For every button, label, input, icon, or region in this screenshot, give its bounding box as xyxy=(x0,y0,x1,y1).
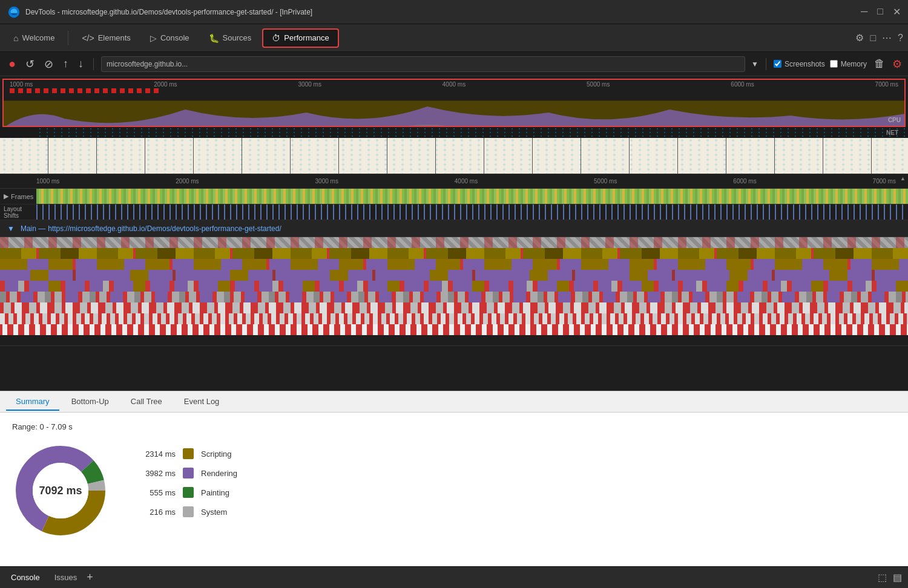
minimize-button[interactable]: ─ xyxy=(861,6,867,18)
time-label-1000: 1000 ms xyxy=(10,81,33,88)
long-task-marker xyxy=(137,88,142,93)
long-task-marker xyxy=(111,88,116,93)
tab-sources[interactable]: 🐛 Sources xyxy=(200,30,260,47)
legend-painting-label: Painting xyxy=(201,488,229,497)
dock-icon[interactable]: □ xyxy=(870,33,876,44)
status-bar-right: ⬚ ▤ xyxy=(878,572,902,583)
tab-bar: ⌂ Welcome </> Elements ▷ Console 🐛 Sourc… xyxy=(0,24,908,52)
flame-row-10 xyxy=(0,335,908,346)
performance-icon: ⏱ xyxy=(272,33,280,43)
screenshots-row xyxy=(0,138,908,174)
flame-row-9 xyxy=(0,324,908,335)
tab-divider-1 xyxy=(68,31,68,45)
layout-shifts-content xyxy=(36,204,908,220)
flame-chart[interactable] xyxy=(0,237,908,346)
ruler-scroll: ▲ xyxy=(900,175,906,181)
time-label-3000: 3000 ms xyxy=(298,81,321,88)
more-icon[interactable]: ⋯ xyxy=(882,32,892,44)
tab-bottom-up[interactable]: Bottom-Up xyxy=(62,393,119,411)
status-issues-tab[interactable]: Issues xyxy=(50,570,82,584)
tab-summary[interactable]: Summary xyxy=(6,393,59,411)
long-task-marker xyxy=(52,88,57,93)
cpu-label: CPU xyxy=(888,117,901,123)
legend-scripting: 2314 ms Scripting xyxy=(133,448,237,459)
status-console-tab[interactable]: Console xyxy=(6,570,45,584)
performance-toolbar: ● ↺ ⊘ ↑ ↓ ▼ Screenshots Memory 🗑 ⚙ xyxy=(0,52,908,76)
screenshots-toggle[interactable]: Screenshots xyxy=(774,60,825,68)
url-dropdown-icon[interactable]: ▼ xyxy=(751,60,758,68)
tab-bar-right: ⚙ □ ⋯ ? xyxy=(855,32,903,44)
overview-panel[interactable]: 1000 ms 2000 ms 3000 ms 4000 ms 5000 ms … xyxy=(2,79,906,127)
summary-legend: 2314 ms Scripting 3982 ms Rendering 555 … xyxy=(133,442,237,517)
memory-checkbox[interactable] xyxy=(830,60,838,68)
sources-icon: 🐛 xyxy=(209,33,219,43)
ruler-labels: 1000 ms 2000 ms 3000 ms 4000 ms 5000 ms … xyxy=(36,178,908,185)
flame-row-1 xyxy=(0,237,908,248)
scroll-up-icon[interactable]: ▲ xyxy=(900,175,906,181)
long-task-marker xyxy=(145,88,150,93)
tab-call-tree[interactable]: Call Tree xyxy=(121,393,172,411)
status-add-tab-button[interactable]: + xyxy=(87,571,93,584)
net-row: NET xyxy=(0,127,908,138)
tab-welcome[interactable]: ⌂ Welcome xyxy=(5,30,63,47)
screenshots-checkbox[interactable] xyxy=(774,60,781,68)
summary-donut-chart: 7092 ms xyxy=(12,442,109,539)
long-task-marker xyxy=(120,88,125,93)
capture-settings-icon[interactable]: ⚙ xyxy=(892,57,902,71)
tab-console[interactable]: ▷ Console xyxy=(142,30,198,47)
tracks-area: ▶ Frames Layout Shifts xyxy=(0,189,908,220)
tab-welcome-label: Welcome xyxy=(22,33,54,42)
legend-system-value: 216 ms xyxy=(133,508,176,517)
window-controls[interactable]: ─ □ ✕ xyxy=(861,6,901,18)
maximize-button[interactable]: □ xyxy=(877,6,883,18)
reload-record-button[interactable]: ↺ xyxy=(23,55,37,73)
net-visualization xyxy=(36,127,908,138)
delete-profile-button[interactable]: 🗑 xyxy=(872,55,887,73)
tab-console-label: Console xyxy=(160,33,189,42)
legend-system-label: System xyxy=(201,508,227,517)
browser-icon xyxy=(7,5,21,19)
bottom-tab-bar: Summary Bottom-Up Call Tree Event Log xyxy=(0,391,908,413)
main-thread-collapse-icon[interactable]: ▼ xyxy=(7,224,15,233)
time-label-5000: 5000 ms xyxy=(587,81,610,88)
url-input[interactable] xyxy=(101,56,745,72)
tab-event-log[interactable]: Event Log xyxy=(174,393,229,411)
elements-icon: </> xyxy=(82,33,94,43)
tab-performance[interactable]: ⏱ Performance xyxy=(262,28,338,48)
time-label-6000: 6000 ms xyxy=(731,81,754,88)
flame-row-4 xyxy=(0,270,908,281)
ruler-6000: 6000 ms xyxy=(733,178,756,185)
frames-track-content xyxy=(36,189,908,204)
cpu-visualization xyxy=(4,94,904,126)
long-task-marker xyxy=(154,88,159,93)
settings-icon[interactable]: ⚙ xyxy=(855,32,864,44)
ruler-3000: 3000 ms xyxy=(315,178,338,185)
flame-row-1-overlay xyxy=(0,237,908,248)
dock-bottom-icon[interactable]: ⬚ xyxy=(878,572,887,583)
legend-system: 216 ms System xyxy=(133,506,237,517)
record-button[interactable]: ● xyxy=(6,54,18,73)
frames-expand-icon[interactable]: ▶ xyxy=(4,192,8,200)
dock-side-icon[interactable]: ▤ xyxy=(893,572,902,583)
toolbar-separator-2 xyxy=(766,58,766,70)
flame-row-6 xyxy=(0,292,908,302)
close-button[interactable]: ✕ xyxy=(893,6,901,18)
donut-total-label: 7092 ms xyxy=(39,485,82,497)
long-task-marker xyxy=(44,88,48,93)
long-task-marker xyxy=(10,88,15,93)
long-task-marker xyxy=(86,88,91,93)
long-task-marker xyxy=(69,88,74,93)
legend-scripting-label: Scripting xyxy=(201,449,232,459)
memory-toggle[interactable]: Memory xyxy=(830,60,867,68)
legend-scripting-value: 2314 ms xyxy=(133,449,176,459)
toolbar-separator-1 xyxy=(93,58,94,70)
screenshots-dots xyxy=(0,138,908,174)
time-label-4000: 4000 ms xyxy=(442,81,466,88)
clear-button[interactable]: ⊘ xyxy=(42,55,56,73)
help-icon[interactable]: ? xyxy=(898,33,903,44)
tab-elements[interactable]: </> Elements xyxy=(73,30,139,47)
load-profile-button[interactable]: ↑ xyxy=(61,55,71,73)
save-profile-button[interactable]: ↓ xyxy=(76,55,86,73)
frames-label: Frames xyxy=(11,193,33,200)
long-task-markers xyxy=(4,88,904,94)
